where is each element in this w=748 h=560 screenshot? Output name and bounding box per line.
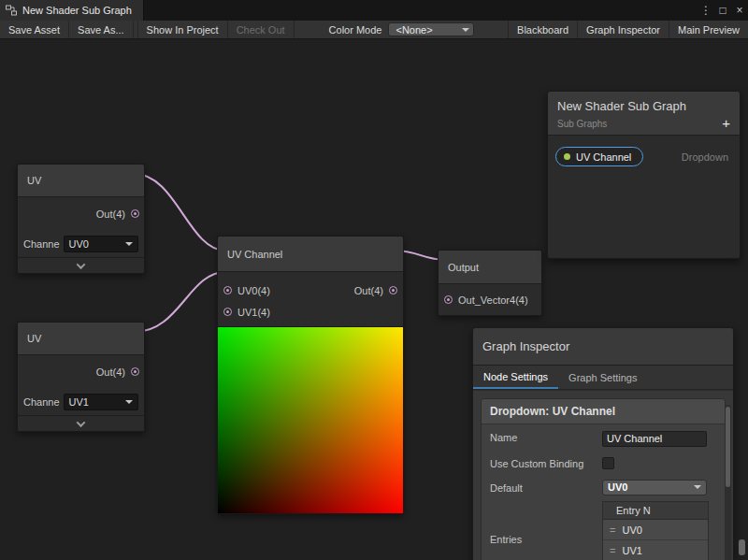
graph-inspector-panel: Graph Inspector Node Settings Graph Sett…	[472, 327, 734, 560]
maximize-icon[interactable]: □	[714, 4, 731, 17]
main-preview-toggle-button[interactable]: Main Preview	[669, 21, 748, 38]
check-out-button: Check Out	[228, 21, 295, 38]
scrollbar-thumb[interactable]	[726, 407, 730, 487]
name-input[interactable]	[602, 431, 707, 447]
custom-binding-value	[602, 455, 716, 471]
blackboard-item: UV Channel Dropdown	[555, 147, 732, 166]
node-title[interactable]: UV Channel	[218, 237, 403, 272]
uv-channel-node[interactable]: UV Channel UV0(4) UV1(4) Out(4)	[217, 236, 404, 514]
tab-graph-settings[interactable]: Graph Settings	[558, 366, 647, 389]
graph-canvas[interactable]: UV Out(4) Channe UV0 UV Out(4)	[0, 39, 748, 560]
exposed-dot-icon	[564, 153, 570, 160]
input-port-row: Out_Vector4(4)	[439, 284, 541, 315]
chevron-down-icon	[77, 260, 86, 269]
blackboard-body: UV Channel Dropdown	[548, 136, 740, 178]
name-field-value	[602, 429, 716, 447]
default-label: Default	[490, 480, 602, 495]
toolbar-toggles: Blackboard Graph Inspector Main Preview	[508, 21, 748, 38]
dropdown-arrow-icon	[462, 28, 469, 32]
channel-value: UV0	[69, 238, 89, 250]
port-label: Out(4)	[96, 366, 125, 378]
channel-label: Channe	[23, 396, 60, 408]
node-title[interactable]: UV	[18, 165, 144, 197]
inspector-content: Dropdown: UV Channel Name Use Custom Bin…	[473, 391, 733, 560]
output-port[interactable]	[389, 286, 397, 294]
custom-binding-checkbox[interactable]	[602, 457, 614, 469]
window-controls: ⋮ □ ×	[698, 0, 748, 21]
color-mode-dropdown[interactable]: <None>	[388, 22, 474, 36]
custom-binding-row: Use Custom Binding	[482, 451, 725, 475]
input-port-uv1[interactable]	[223, 308, 232, 316]
inspector-title[interactable]: Graph Inspector	[473, 328, 733, 366]
dropdown-arrow-icon	[125, 242, 133, 246]
port-label: Out(4)	[96, 208, 125, 220]
output-port-row: Out(4)	[319, 280, 403, 301]
blackboard-header: New Shader Sub Graph Sub Graphs +	[548, 92, 740, 136]
channel-row: Channe UV0	[18, 230, 144, 257]
uv-node-bottom[interactable]: UV Out(4) Channe UV1	[17, 322, 145, 432]
property-type: Dropdown	[682, 151, 732, 163]
entry-row-uv0[interactable]: = UV0	[603, 520, 708, 540]
section-title: Dropdown: UV Channel	[482, 399, 725, 424]
entry-value: UV0	[622, 524, 641, 536]
graph-inspector-toggle-button[interactable]: Graph Inspector	[577, 21, 669, 38]
channel-dropdown[interactable]: UV1	[64, 394, 138, 410]
entries-label: Entries	[490, 533, 602, 547]
blackboard-panel: New Shader Sub Graph Sub Graphs + UV Cha…	[547, 91, 741, 259]
color-mode-value: <None>	[396, 24, 432, 36]
save-as-button[interactable]: Save As...	[69, 21, 134, 38]
entry-row-uv1[interactable]: = UV1	[603, 540, 708, 560]
channel-label: Channe	[23, 238, 60, 250]
tab-node-settings[interactable]: Node Settings	[473, 366, 558, 389]
drag-handle-icon[interactable]: =	[610, 545, 615, 556]
show-in-project-button[interactable]: Show In Project	[137, 21, 228, 38]
channel-dropdown[interactable]: UV0	[64, 236, 138, 252]
input-port-uv0[interactable]	[223, 286, 232, 294]
channel-value: UV1	[69, 396, 89, 408]
port-label: UV0(4)	[237, 285, 270, 296]
output-port-row: Out(4)	[18, 197, 144, 230]
entries-field-value: Entry N = UV0 = UV1 +	[602, 501, 716, 560]
uv-node-top[interactable]: UV Out(4) Channe UV0	[17, 164, 145, 274]
name-label: Name	[490, 429, 602, 447]
default-field-value: UV0	[602, 480, 716, 495]
chevron-down-icon	[77, 418, 86, 427]
shader-graph-icon	[6, 5, 17, 16]
output-port[interactable]	[131, 209, 139, 218]
uv-channel-property-pill[interactable]: UV Channel	[555, 147, 643, 166]
close-icon[interactable]: ×	[731, 4, 748, 17]
channel-row: Channe UV1	[18, 388, 144, 415]
collapse-preview-button[interactable]	[18, 257, 144, 273]
name-field-row: Name	[482, 424, 725, 451]
collapse-preview-button[interactable]	[18, 415, 144, 431]
inspector-scrollbar[interactable]	[725, 405, 731, 560]
blackboard-toggle-button[interactable]: Blackboard	[508, 21, 577, 38]
entries-field-row: Entries Entry N = UV0 = UV1	[482, 499, 725, 560]
save-asset-button[interactable]: Save Asset	[0, 21, 69, 38]
inspector-tabs: Node Settings Graph Settings	[473, 366, 733, 390]
graph-toolbar: Save Asset Save As... Show In Project Ch…	[0, 21, 748, 39]
default-dropdown[interactable]: UV0	[602, 480, 707, 495]
connection-wire[interactable]	[135, 272, 225, 332]
default-field-row: Default UV0	[482, 475, 725, 499]
node-title[interactable]: UV	[18, 323, 144, 355]
output-port[interactable]	[131, 367, 139, 376]
dropdown-arrow-icon	[125, 400, 133, 404]
entries-list: Entry N = UV0 = UV1 +	[602, 501, 709, 560]
input-port-out-vector4[interactable]	[444, 295, 453, 304]
window-tab[interactable]: New Shader Sub Graph	[0, 0, 144, 21]
node-title[interactable]: Output	[439, 251, 541, 284]
port-label: UV1(4)	[237, 307, 270, 318]
uv-gradient-preview	[218, 326, 403, 513]
port-label: Out(4)	[354, 285, 383, 296]
add-property-button[interactable]: +	[722, 118, 730, 129]
dropdown-arrow-icon	[694, 485, 701, 489]
output-node[interactable]: Output Out_Vector4(4)	[438, 250, 542, 316]
canvas-scrollbar-thumb[interactable]	[739, 539, 745, 555]
output-port-row: Out(4)	[18, 355, 144, 388]
drag-handle-icon[interactable]: =	[610, 524, 615, 536]
window-menu-icon[interactable]: ⋮	[698, 4, 714, 17]
port-label: Out_Vector4(4)	[458, 294, 528, 306]
connection-wire[interactable]	[135, 174, 225, 251]
custom-binding-label: Use Custom Binding	[490, 455, 602, 471]
